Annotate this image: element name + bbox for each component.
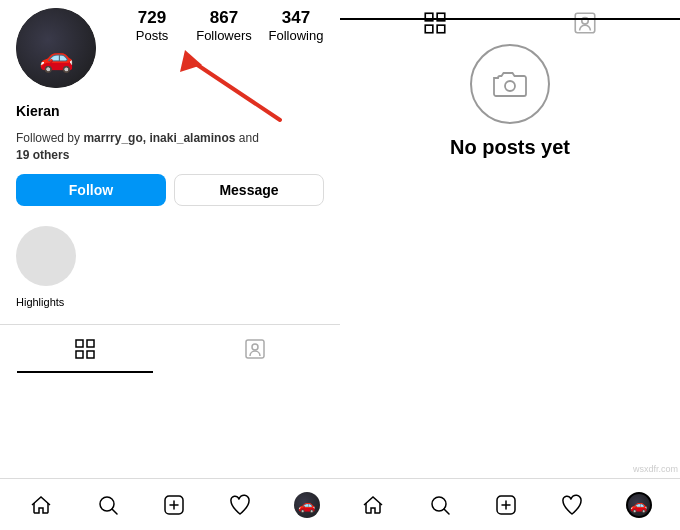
followers-stat[interactable]: 867 Followers	[192, 8, 256, 43]
add-icon	[162, 493, 186, 517]
right-panel: No posts yet	[340, 0, 680, 179]
camera-circle	[470, 44, 550, 124]
action-buttons: Follow Message	[0, 174, 340, 218]
followed-by-text: Followed by	[16, 131, 83, 145]
followed-by-names: marrry_go, inaki_alaminos	[83, 131, 235, 145]
svg-point-12	[505, 81, 515, 91]
followers-count: 867	[210, 8, 238, 28]
bottom-tab-bar	[0, 324, 340, 373]
followed-by-others-count: 19 others	[16, 148, 69, 162]
top-grid-icon[interactable]	[422, 10, 448, 36]
followed-by-others-text: and	[235, 131, 258, 145]
nav-home-right[interactable]	[351, 483, 395, 527]
nav-avatar-left: 🚗	[294, 492, 320, 518]
watermark: wsxdfr.com	[633, 464, 678, 474]
posts-label: Posts	[136, 28, 169, 43]
nav-profile-right[interactable]: 🚗	[617, 483, 661, 527]
following-label: Following	[269, 28, 324, 43]
bottom-navigation: 🚗 🚗	[0, 478, 680, 530]
nav-search-right[interactable]	[418, 483, 462, 527]
svg-rect-3	[87, 351, 94, 358]
followers-label: Followers	[196, 28, 252, 43]
nav-profile-left[interactable]: 🚗	[285, 483, 329, 527]
svg-rect-4	[246, 340, 264, 358]
avatar	[16, 8, 96, 88]
no-posts-text: No posts yet	[450, 136, 570, 159]
divider-line	[340, 18, 680, 20]
svg-rect-1	[87, 340, 94, 347]
followed-by: Followed by marrry_go, inaki_alaminos an…	[0, 126, 340, 174]
following-count: 347	[282, 8, 310, 28]
heart-icon-right	[560, 493, 584, 517]
svg-line-16	[112, 509, 117, 514]
home-icon-right	[361, 493, 385, 517]
svg-rect-8	[425, 25, 433, 33]
highlights-section: Highlights	[0, 218, 340, 320]
svg-rect-2	[76, 351, 83, 358]
nav-heart-left[interactable]	[218, 483, 262, 527]
right-top-icons	[340, 0, 680, 44]
tab-grid[interactable]	[0, 325, 170, 373]
message-button[interactable]: Message	[174, 174, 324, 206]
svg-rect-10	[575, 13, 595, 33]
profile-section: 729 Posts 867 Followers 347 Following	[0, 0, 340, 100]
following-stat[interactable]: 347 Following	[264, 8, 328, 43]
username: Kieran	[16, 103, 60, 119]
stats-container: 729 Posts 867 Followers 347 Following	[120, 8, 328, 43]
left-panel: 729 Posts 867 Followers 347 Following Ki…	[0, 0, 340, 373]
svg-line-21	[444, 509, 449, 514]
highlights-label: Highlights	[16, 296, 64, 308]
svg-rect-0	[76, 340, 83, 347]
heart-icon	[228, 493, 252, 517]
nav-add-left[interactable]	[152, 483, 196, 527]
nav-home-left[interactable]	[19, 483, 63, 527]
posts-count: 729	[138, 8, 166, 28]
highlight-circle[interactable]	[16, 226, 76, 286]
follow-button[interactable]: Follow	[16, 174, 166, 206]
svg-point-5	[252, 344, 258, 350]
nav-heart-right[interactable]	[550, 483, 594, 527]
grid-icon	[73, 337, 97, 361]
no-posts-area: No posts yet	[340, 44, 680, 179]
search-icon-right	[428, 493, 452, 517]
add-icon-right	[494, 493, 518, 517]
nav-avatar-right: 🚗	[626, 492, 652, 518]
nav-search-left[interactable]	[86, 483, 130, 527]
nav-add-right[interactable]	[484, 483, 528, 527]
avatar-image	[16, 8, 96, 88]
search-icon	[96, 493, 120, 517]
svg-rect-9	[437, 25, 445, 33]
camera-icon	[490, 64, 530, 104]
tab-tagged[interactable]	[170, 325, 340, 373]
username-section: Kieran	[0, 100, 340, 126]
person-tag-icon	[243, 337, 267, 361]
home-icon	[29, 493, 53, 517]
posts-stat[interactable]: 729 Posts	[120, 8, 184, 43]
top-person-icon[interactable]	[572, 10, 598, 36]
